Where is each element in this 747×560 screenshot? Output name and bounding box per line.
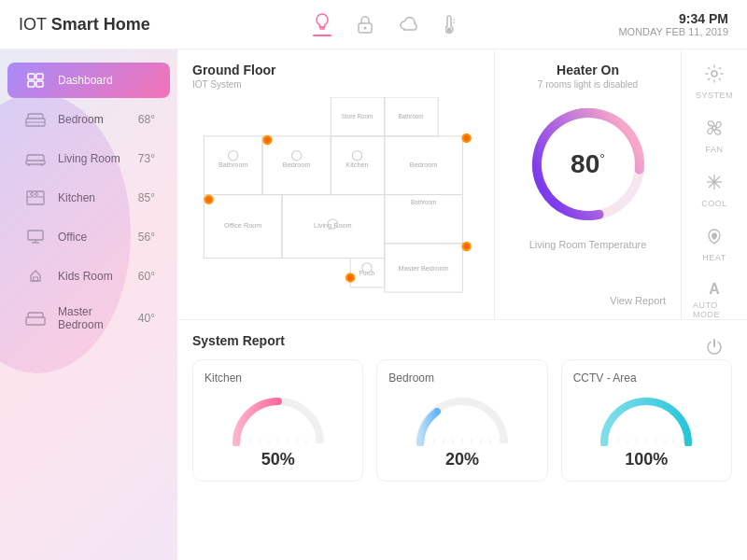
bedroom-temp: 68° [138, 113, 155, 126]
svg-text:Porch: Porch [359, 270, 375, 276]
ctrl-fan[interactable]: FAN [687, 111, 741, 161]
heat-label: HEAT [702, 253, 726, 262]
nav-bulb[interactable] [313, 13, 331, 36]
svg-text:Kitchen: Kitchen [345, 161, 368, 169]
livingroom-temp: 73° [138, 152, 155, 165]
header-nav [313, 13, 457, 36]
office-label: Office [58, 231, 129, 244]
svg-point-57 [352, 151, 361, 161]
heater-temp: 80° [571, 149, 605, 179]
cctv-card-title: CCTV - Area [573, 371, 637, 385]
svg-point-50 [264, 137, 270, 143]
svg-point-64 [712, 71, 717, 77]
sidebar-item-dashboard[interactable]: Dashboard [7, 63, 170, 98]
sidebar-item-office[interactable]: Office 56° [7, 219, 170, 255]
masterbedroom-icon [22, 308, 49, 329]
svg-rect-13 [26, 161, 45, 164]
svg-rect-10 [36, 81, 43, 87]
system-label: SYSTEM [696, 91, 733, 100]
kitchen-label: Kitchen [58, 191, 129, 204]
report-card-cctv: CCTV - Area [561, 359, 732, 482]
floor-plan-panel: Ground Floor IOT System Bathroom Bedroom… [177, 49, 495, 320]
logo-text-normal: IOT [19, 15, 51, 34]
floor-plan-title: Ground Floor [192, 63, 479, 77]
sidebar-item-masterbedroom[interactable]: Master Bedroom 40° [7, 298, 170, 339]
control-panel: SYSTEM FAN [682, 49, 747, 320]
svg-text:Bedroom: Bedroom [410, 161, 438, 169]
ctrl-cool[interactable]: COOL [687, 165, 741, 216]
sidebar: Dashboard Bedroom 68° [0, 49, 177, 560]
svg-text:Bathroom: Bathroom [411, 199, 436, 205]
svg-rect-8 [36, 74, 43, 79]
nav-cloud[interactable] [399, 17, 419, 32]
floor-plan-svg: Bathroom Bedroom Store Room Bathroom Bed… [192, 97, 479, 312]
heater-subtitle: 7 rooms light is disabled [538, 79, 638, 90]
svg-point-59 [291, 151, 301, 161]
sidebar-item-kitchen[interactable]: Kitchen 85° [7, 180, 170, 216]
header: IOT Smart Home [0, 0, 747, 49]
svg-rect-20 [28, 231, 43, 240]
report-card-bedroom: Bedroom [376, 359, 547, 482]
bedroom-gauge [416, 392, 509, 446]
svg-rect-9 [28, 81, 35, 87]
svg-text:Bathroom: Bathroom [398, 113, 423, 119]
svg-rect-24 [26, 317, 45, 325]
heat-icon [706, 227, 723, 250]
kidsroom-icon [22, 266, 49, 287]
cctv-gauge [599, 392, 693, 446]
office-icon [22, 227, 49, 247]
svg-point-54 [463, 244, 469, 249]
svg-text:Bedroom: Bedroom [283, 161, 311, 169]
masterbedroom-label: Master Bedroom [58, 305, 129, 331]
svg-text:Master Bedroom: Master Bedroom [399, 264, 449, 273]
automode-label: AUTO MODE [693, 301, 736, 319]
sidebar-item-livingroom[interactable]: Living Room 73° [7, 141, 170, 176]
heater-panel: Heater On 7 rooms light is disabled [495, 49, 682, 320]
report-cards: Kitchen [192, 359, 732, 482]
ctrl-heat[interactable]: HEAT [687, 219, 741, 270]
report-card-kitchen: Kitchen [192, 359, 363, 482]
cool-label: COOL [701, 199, 727, 208]
logo-text-bold: Smart Home [51, 15, 150, 34]
system-icon [705, 64, 724, 88]
main-layout: Dashboard Bedroom 68° [0, 49, 747, 560]
fan-icon [705, 119, 724, 142]
ctrl-automode[interactable]: A AUTO MODE [687, 273, 741, 327]
view-report-link[interactable]: View Report [510, 295, 666, 306]
svg-point-58 [229, 151, 238, 161]
bedroom-percent: 20% [445, 450, 479, 469]
automode-icon: A [709, 281, 720, 298]
cool-icon [705, 173, 724, 196]
office-temp: 56° [138, 231, 155, 244]
kitchen-card-title: Kitchen [204, 371, 242, 385]
dashboard-label: Dashboard [58, 74, 155, 87]
floor-plan-subtitle: IOT System [192, 79, 479, 90]
bedroom-label: Bedroom [58, 113, 129, 126]
system-report: System Report Kitchen [177, 320, 747, 495]
masterbedroom-temp: 40° [138, 312, 155, 325]
sidebar-item-bedroom[interactable]: Bedroom 68° [7, 102, 170, 137]
kitchen-icon [22, 188, 49, 208]
ctrl-system[interactable]: SYSTEM [687, 57, 741, 107]
svg-point-3 [363, 27, 366, 30]
nav-thermometer[interactable] [445, 14, 457, 35]
svg-point-19 [35, 193, 38, 196]
app-container: IOT Smart Home [0, 0, 747, 560]
kitchen-temp: 85° [138, 191, 155, 204]
content-area: Ground Floor IOT System Bathroom Bedroom… [177, 49, 747, 560]
dashboard-icon [22, 70, 49, 91]
sidebar-item-kidsroom[interactable]: Kids Room 60° [7, 259, 170, 294]
svg-text:Store Room: Store Room [342, 113, 373, 119]
svg-text:Office Room: Office Room [224, 221, 261, 230]
nav-lock[interactable] [358, 15, 373, 34]
svg-point-48 [463, 135, 469, 141]
svg-text:Bathroom: Bathroom [218, 161, 248, 169]
off-icon [706, 338, 723, 359]
cctv-percent: 100% [625, 450, 668, 469]
app-logo: IOT Smart Home [19, 15, 150, 35]
current-date: MONDAY FEB 11, 2019 [618, 26, 728, 37]
svg-point-52 [205, 197, 211, 203]
header-time: 9:34 PM MONDAY FEB 11, 2019 [618, 11, 728, 37]
livingroom-label: Living Room [58, 152, 129, 165]
heater-room-label: Living Room Temperature [529, 239, 647, 250]
